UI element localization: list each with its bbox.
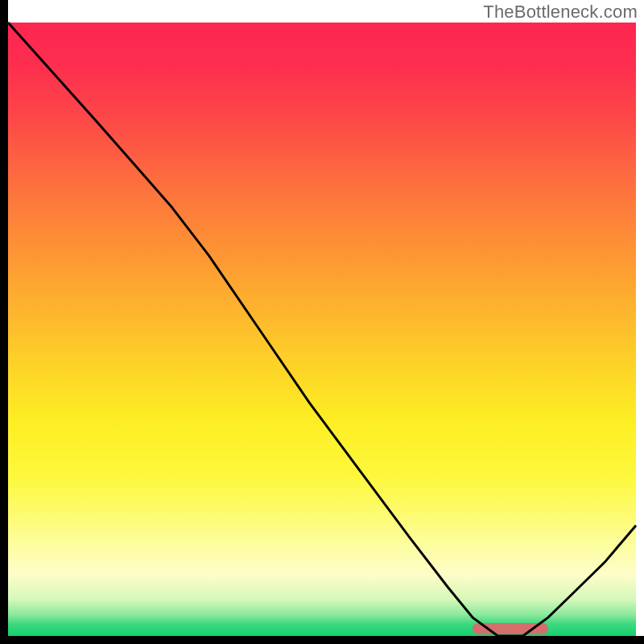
optimum-marker	[473, 623, 548, 634]
y-axis	[0, 0, 8, 644]
figure-root: TheBottleneck.com	[0, 0, 644, 644]
gradient-background	[8, 23, 636, 636]
plot-area	[8, 23, 636, 636]
x-axis	[0, 636, 644, 644]
watermark-text: TheBottleneck.com	[483, 2, 638, 23]
